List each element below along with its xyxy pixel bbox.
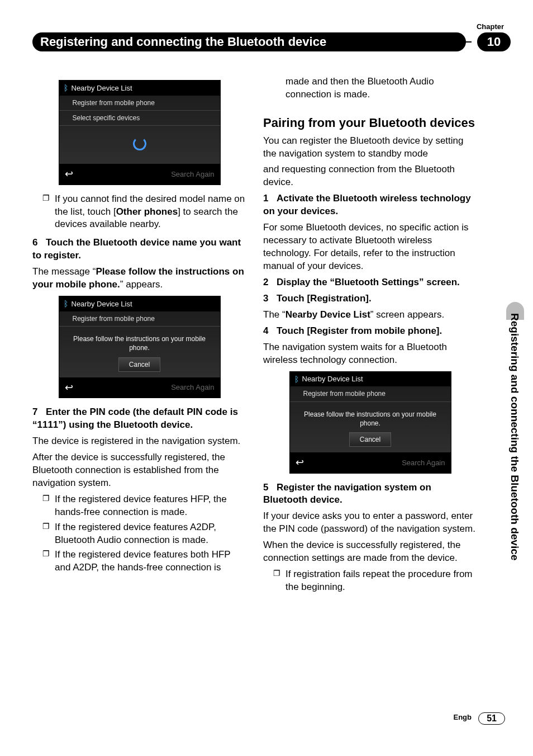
cancel-button: Cancel <box>118 357 160 372</box>
step-7-body-2: After the device is successfully registe… <box>32 451 246 490</box>
bluetooth-icon: ᛒ <box>294 374 299 385</box>
menu-row-register: Register from mobile phone <box>59 311 220 327</box>
step-1-body: For some Bluetooth devices, no specific … <box>263 221 477 273</box>
screenshot-title: Nearby Device List <box>302 374 363 384</box>
step-6-body: The message “Please follow the instructi… <box>32 266 246 291</box>
cancel-button: Cancel <box>349 432 391 447</box>
search-again-label: Search Again <box>171 169 214 179</box>
device-list-screenshot-3: ᛒ Nearby Device List Register from mobil… <box>289 371 451 474</box>
screenshot-title: Nearby Device List <box>72 299 132 309</box>
step-4-heading: 4Touch [Register from mobile phone]. <box>263 325 477 338</box>
lead-text: and requesting connection from the Bluet… <box>263 163 477 189</box>
page-title-band: Registering and connecting the Bluetooth… <box>32 32 466 51</box>
back-icon: ↩ <box>65 167 73 181</box>
back-icon: ↩ <box>296 456 304 469</box>
footer-page-number: 51 <box>478 712 505 725</box>
subheading-pairing: Pairing from your Bluetooth devices <box>263 115 477 131</box>
step-7-heading: 7Enter the PIN code (the default PIN cod… <box>32 406 246 432</box>
search-again-label: Search Again <box>171 382 214 393</box>
step-3-heading: 3Touch [Registration]. <box>263 292 477 305</box>
content-columns: ᛒ Nearby Device List Register from mobil… <box>32 75 477 689</box>
step-1-heading: 1Activate the Bluetooth wireless technol… <box>263 192 477 218</box>
screenshot-footer: ↩ Search Again <box>59 377 220 398</box>
step-4-body: The navigation system waits for a Blueto… <box>263 341 477 367</box>
instruction-line-2: phone. <box>296 419 445 428</box>
step-2-heading: 2Display the “Bluetooth Settings” screen… <box>263 276 477 289</box>
screenshot-footer: ↩ Search Again <box>59 164 220 184</box>
back-icon: ↩ <box>65 381 73 394</box>
note-list: If registration fails repeat the procedu… <box>263 568 477 594</box>
step-5-body-2: When the device is successfully register… <box>263 539 477 565</box>
search-again-label: Search Again <box>402 458 445 468</box>
bluetooth-icon: ᛒ <box>64 299 68 309</box>
instruction-line-1: Please follow the instructions on your m… <box>296 410 445 419</box>
bluetooth-icon: ᛒ <box>64 83 68 93</box>
menu-row-register: Register from mobile phone <box>59 96 220 111</box>
screenshot-header: ᛒ Nearby Device List <box>59 81 220 96</box>
loading-spinner-icon <box>133 137 146 150</box>
device-list-screenshot-2: ᛒ Nearby Device List Register from mobil… <box>59 296 221 398</box>
chapter-label: Chapter <box>477 22 504 31</box>
device-list-screenshot-1: ᛒ Nearby Device List Register from mobil… <box>59 80 221 185</box>
chapter-number-badge: 10 <box>477 32 511 51</box>
footer-language: Engb <box>454 713 472 721</box>
step-3-body: The “Nearby Device List” screen appears. <box>263 309 477 322</box>
note-list: If you cannot find the desired model nam… <box>32 193 246 231</box>
side-tab-label: Registering and connecting the Bluetooth… <box>508 313 521 560</box>
page-title: Registering and connecting the Bluetooth… <box>32 32 466 51</box>
instruction-line-2: phone. <box>65 343 215 352</box>
menu-row-select: Select specific devices <box>59 111 220 126</box>
step-7-body-1: The device is registered in the navigati… <box>32 435 246 448</box>
screenshot-body <box>59 126 220 164</box>
subheading-body: You can register the Bluetooth device by… <box>263 135 477 160</box>
screenshot-header: ᛒ Nearby Device List <box>59 296 220 311</box>
screenshot-body: Please follow the instructions on your m… <box>290 402 451 453</box>
note-item: If the registered device features HFP, t… <box>42 493 246 519</box>
step-5-heading: 5Register the navigation system on Bluet… <box>263 481 477 507</box>
instruction-line-1: Please follow the instructions on your m… <box>65 334 215 343</box>
note-item: If you cannot find the desired model nam… <box>42 193 246 231</box>
step-5-body-1: If your device asks you to enter a passw… <box>263 510 477 536</box>
note-item: If the registered device features A2DP, … <box>42 521 246 547</box>
step-6-heading: 6Touch the Bluetooth device name you wan… <box>32 237 246 262</box>
screenshot-footer: ↩ Search Again <box>290 452 451 472</box>
menu-row-register: Register from mobile phone <box>290 386 451 401</box>
screenshot-body: Please follow the instructions on your m… <box>59 327 220 377</box>
note-item: If registration fails repeat the procedu… <box>273 568 477 594</box>
screenshot-title: Nearby Device List <box>72 83 132 93</box>
screenshot-header: ᛒ Nearby Device List <box>290 372 451 387</box>
